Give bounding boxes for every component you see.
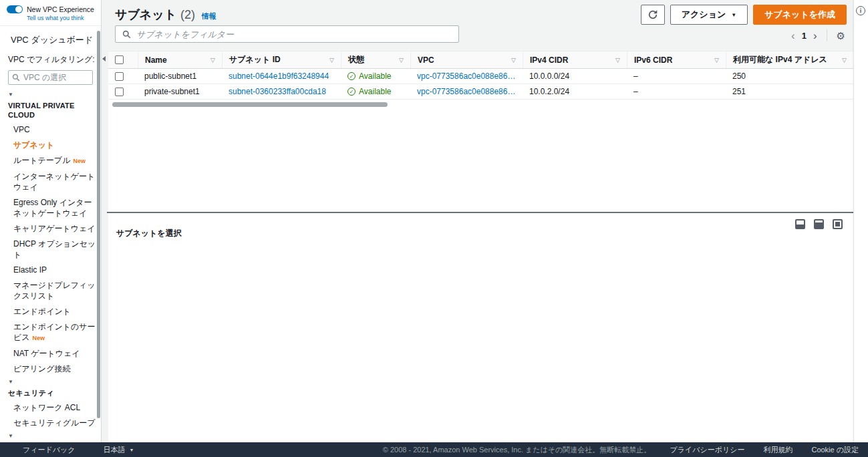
sidebar-item-elastic-ip[interactable]: Elastic IP (13, 265, 98, 275)
sort-icon[interactable]: ▽ (842, 57, 847, 63)
page-number[interactable]: 1 (802, 31, 807, 41)
vpc-filter-label: VPC でフィルタリング: (8, 54, 96, 65)
new-badge: New (33, 335, 45, 341)
vpc-select-searchbox[interactable] (8, 70, 93, 85)
actions-button-label: アクション (682, 9, 726, 21)
status-badge: ✓Available (347, 87, 391, 96)
sidebar-item-label: ルートテーブル (13, 156, 70, 165)
col-subnet-id: サブネット ID (229, 54, 281, 65)
vpc-console-page: New VPC Experience Tell us what you thin… (0, 0, 868, 457)
sort-icon[interactable]: ▽ (714, 57, 719, 63)
col-vpc: VPC (418, 55, 434, 65)
status-badge: ✓Available (347, 71, 391, 81)
select-all-checkbox[interactable] (115, 55, 124, 64)
sidebar-item-network-acl[interactable]: ネットワーク ACL (13, 402, 98, 413)
new-badge: New (73, 158, 86, 164)
sidebar-item-managed-prefix-lists[interactable]: マネージドプレフィックスリスト (13, 280, 98, 301)
sidebar-item-internet-gateways[interactable]: インターネットゲートウェイ (13, 171, 98, 192)
gear-icon[interactable]: ⚙ (837, 31, 845, 41)
sidebar-item-endpoint-services[interactable]: エンドポイントのサービスNew (13, 321, 98, 343)
search-icon (12, 73, 20, 82)
sidebar-item-endpoints[interactable]: エンドポイント (13, 306, 98, 317)
info-link[interactable]: 情報 (202, 11, 216, 21)
help-rail: i (853, 0, 868, 442)
language-selector[interactable]: 日本語▼ (104, 445, 134, 455)
sidebar-item-security-groups[interactable]: セキュリティグループ (13, 418, 98, 428)
new-vpc-experience-toggle[interactable] (7, 5, 23, 13)
sidebar-item-subnets[interactable]: サブネット (13, 140, 98, 150)
table-row[interactable]: public-subnet1 subnet-0644e1b9f63248944 … (108, 69, 853, 84)
ipv4-cidr-value: 10.0.0.0/24 (529, 71, 569, 81)
subnet-id-link[interactable]: subnet-0644e1b9f63248944 (229, 71, 329, 81)
sort-icon[interactable]: ▽ (210, 57, 215, 63)
terms-link[interactable]: 利用規約 (763, 445, 792, 455)
panel-size-half-button[interactable] (814, 219, 824, 229)
available-ipv4-value: 250 (732, 71, 746, 81)
section-title-security: セキュリティ (8, 388, 96, 398)
col-name: Name (145, 55, 167, 65)
sidebar-item-dhcp-option-sets[interactable]: DHCP オプションセット (13, 239, 98, 260)
check-circle-icon: ✓ (347, 88, 355, 96)
caret-down-icon: ▼ (130, 448, 134, 452)
subnet-filter-input[interactable] (136, 29, 452, 39)
search-icon (122, 30, 131, 39)
sidebar-item-label: エンドポイントのサービス (13, 322, 96, 342)
actions-button[interactable]: アクション ▼ (670, 5, 748, 25)
sort-icon[interactable]: ▽ (399, 57, 404, 63)
caret-down-icon: ▼ (731, 12, 736, 18)
sidebar-scrollbar[interactable] (97, 31, 100, 418)
section-collapse-icon[interactable]: ▼ (8, 92, 96, 98)
page-title: サブネット (115, 7, 176, 23)
next-page-icon[interactable]: › (813, 30, 817, 41)
toggle-knob (15, 6, 22, 13)
main-content: サブネット (2) 情報 アクション ▼ サブネットを作成 ‹ 1 (107, 0, 853, 442)
col-state: 状態 (348, 54, 364, 65)
tell-us-link[interactable]: Tell us what you think (27, 15, 97, 21)
copyright-text: © 2008 - 2021, Amazon Web Services, Inc.… (383, 445, 652, 455)
refresh-button[interactable] (641, 5, 665, 25)
sort-icon[interactable]: ▽ (615, 57, 620, 63)
pagination: ‹ 1 › ⚙ (791, 29, 845, 41)
horizontal-scrollbar[interactable] (112, 102, 388, 107)
sidebar-item-peering-connections[interactable]: ピアリング接続 (13, 363, 98, 374)
ipv6-cidr-value: – (633, 71, 638, 81)
check-circle-icon: ✓ (347, 72, 355, 80)
col-available-ipv4: 利用可能な IPv4 アドレス (733, 54, 827, 65)
page-header: サブネット (2) 情報 アクション ▼ サブネットを作成 ‹ 1 (107, 0, 853, 51)
create-subnet-button[interactable]: サブネットを作成 (753, 5, 847, 25)
vpc-link[interactable]: vpc-0773586ac0e088e86 | blo... (417, 87, 516, 96)
panel-size-small-button[interactable] (795, 219, 805, 229)
info-icon[interactable]: i (856, 6, 865, 15)
row-checkbox[interactable] (115, 88, 124, 96)
table-row[interactable]: private-subnet1 subnet-0360233ffa00cda18… (108, 84, 853, 100)
prev-page-icon[interactable]: ‹ (791, 30, 795, 41)
vpc-link[interactable]: vpc-0773586ac0e088e86 | blo... (417, 71, 516, 81)
detail-empty-state: サブネットを選択 (116, 228, 182, 239)
sidebar: New VPC Experience Tell us what you thin… (0, 0, 102, 442)
sidebar-item-route-tables[interactable]: ルートテーブルNew (13, 155, 98, 166)
panel-size-full-button[interactable] (833, 219, 843, 229)
subnet-filter-box[interactable] (115, 25, 459, 43)
sidebar-item-vpc-dashboard[interactable]: VPC ダッシュボード (11, 34, 96, 46)
status-label: Available (359, 71, 391, 81)
ipv6-cidr-value: – (633, 87, 638, 96)
table-collapse-arrow-icon[interactable] (102, 56, 106, 61)
sidebar-item-carrier-gateways[interactable]: キャリアゲートウェイ (13, 223, 98, 234)
section-collapse-icon[interactable]: ▼ (8, 379, 96, 385)
sidebar-item-vpc[interactable]: VPC (13, 124, 98, 135)
section-collapse-icon[interactable]: ▼ (8, 433, 96, 439)
sidebar-item-egress-only-igw[interactable]: Egress Only インターネットゲートウェイ (13, 197, 98, 218)
col-ipv4-cidr: IPv4 CIDR (530, 55, 568, 65)
sort-icon[interactable]: ▽ (329, 57, 334, 63)
feedback-link[interactable]: フィードバック (23, 445, 76, 455)
available-ipv4-value: 251 (732, 87, 746, 96)
detail-panel: サブネットを選択 (108, 213, 853, 442)
sort-icon[interactable]: ▽ (511, 57, 516, 63)
sidebar-item-nat-gateways[interactable]: NAT ゲートウェイ (13, 348, 98, 359)
vpc-select-input[interactable] (23, 73, 84, 82)
row-checkbox[interactable] (115, 72, 124, 81)
privacy-policy-link[interactable]: プライバシーポリシー (670, 445, 744, 455)
language-label: 日本語 (104, 445, 126, 455)
subnet-id-link[interactable]: subnet-0360233ffa00cda18 (229, 87, 326, 96)
cookie-settings-link[interactable]: Cookie の設定 (811, 445, 859, 455)
